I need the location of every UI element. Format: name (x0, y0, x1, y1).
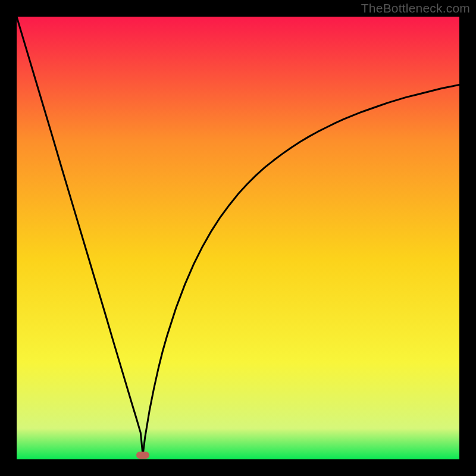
plot-svg (17, 17, 459, 459)
min-marker (136, 452, 149, 459)
watermark-text: TheBottleneck.com (361, 1, 470, 15)
plot-area (17, 17, 459, 459)
chart-frame: TheBottleneck.com (0, 0, 476, 476)
